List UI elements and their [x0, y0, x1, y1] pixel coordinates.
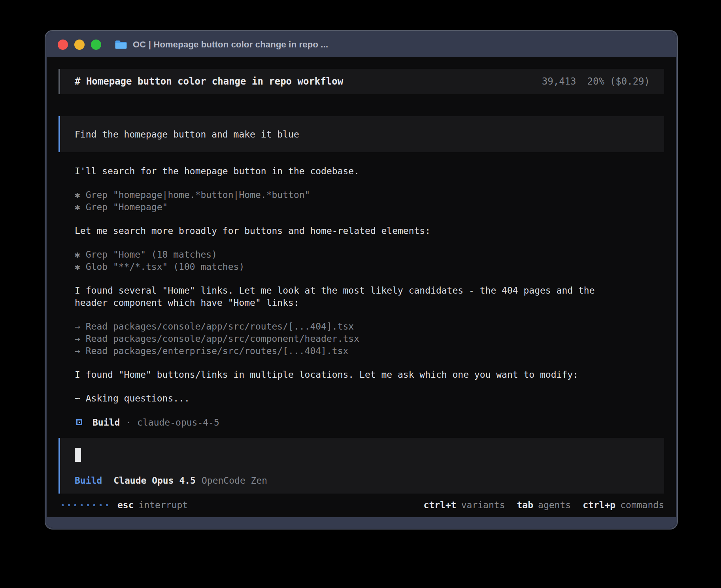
minimize-button[interactable]	[74, 40, 85, 50]
spinner-dot	[81, 504, 83, 506]
shortcut-key: tab	[517, 500, 533, 510]
prompt-input[interactable]: Build Claude Opus 4.5 OpenCode Zen	[59, 438, 664, 494]
spinner-dot	[74, 504, 76, 506]
terminal-content: # Homepage button color change in repo w…	[47, 57, 676, 517]
input-meta: Build Claude Opus 4.5 OpenCode Zen	[75, 475, 650, 486]
status-bar: esc interrupt ctrl+tvariantstabagentsctr…	[59, 500, 664, 510]
spinner-dot	[62, 504, 64, 506]
agent-badge-icon	[76, 419, 82, 425]
folder-icon	[115, 40, 127, 50]
tool-call-line: ✱ Grep "homepage|home.*button|Home.*butt…	[59, 189, 664, 201]
zoom-button[interactable]	[91, 40, 101, 50]
shortcut-key: ctrl+t	[424, 500, 457, 510]
tool-call-line: → Read packages/console/app/src/componen…	[59, 333, 664, 345]
assistant-text-line: I found "Home" buttons/links in multiple…	[59, 369, 664, 381]
window-bottom-strip	[47, 517, 676, 528]
status-left: esc interrupt	[62, 500, 188, 510]
user-message-text: Find the homepage button and make it blu…	[75, 129, 299, 139]
titlebar[interactable]: OC | Homepage button color change in rep…	[47, 32, 676, 57]
shortcut-agents: tabagents	[517, 500, 571, 510]
assistant-text-line: header component which have "Home" links…	[59, 297, 664, 309]
assistant-text-line: I found several "Home" links. Let me loo…	[59, 285, 664, 297]
interrupt-key: esc	[117, 500, 134, 510]
tool-call-line: ✱ Grep "Home" (18 matches)	[59, 249, 664, 261]
shortcut-action: variants	[461, 500, 505, 510]
assistant-text-line: I'll search for the homepage button in t…	[59, 165, 664, 177]
agent-separator: ·	[126, 417, 131, 428]
spinner-dot	[93, 504, 95, 506]
transcript: I'll search for the homepage button in t…	[59, 165, 664, 405]
agent-model: claude-opus-4-5	[137, 417, 219, 428]
assistant-text-line: Let me search more broadly for buttons a…	[59, 225, 664, 237]
spinner-dot	[106, 504, 108, 506]
token-count: 39,413	[542, 76, 576, 87]
spinner-dot	[87, 504, 89, 506]
tool-call-group: ✱ Grep "Home" (18 matches)✱ Glob "**/*.t…	[59, 249, 664, 273]
status-shortcuts: ctrl+tvariantstabagentsctrl+pcommands	[424, 500, 664, 510]
tool-call-line: ✱ Grep "Homepage"	[59, 201, 664, 213]
shortcut-key: ctrl+p	[583, 500, 615, 510]
agent-name: Build	[92, 417, 120, 428]
terminal-window: OC | Homepage button color change in rep…	[45, 31, 677, 529]
interrupt-action: interrupt	[139, 500, 188, 510]
spinner-dot	[100, 504, 102, 506]
context-percent: 20%	[587, 76, 604, 87]
assistant-paragraph: Let me search more broadly for buttons a…	[59, 225, 664, 237]
tool-call-group: → Read packages/console/app/src/routes/[…	[59, 320, 664, 357]
tool-call-line: → Read packages/console/app/src/routes/[…	[59, 320, 664, 333]
tool-call-line: ✱ Glob "**/*.tsx" (100 matches)	[59, 261, 664, 273]
text-cursor	[75, 448, 81, 462]
user-message: Find the homepage button and make it blu…	[59, 116, 664, 152]
session-cost: ($0.29)	[610, 76, 650, 87]
agent-status: Build · claude-opus-4-5	[59, 416, 664, 428]
assistant-paragraph: I'll search for the homepage button in t…	[59, 165, 664, 177]
tool-call-line: → Read packages/enterprise/src/routes/[.…	[59, 345, 664, 357]
shortcut-action: commands	[620, 500, 664, 510]
provider-name: OpenCode Zen	[202, 475, 267, 486]
model-name[interactable]: Claude Opus 4.5	[113, 475, 196, 486]
session-header: # Homepage button color change in repo w…	[59, 69, 664, 94]
assistant-text-line: ~ Asking questions...	[59, 392, 664, 405]
assistant-paragraph: ~ Asking questions...	[59, 392, 664, 405]
assistant-paragraph: I found several "Home" links. Let me loo…	[59, 285, 664, 309]
session-title: # Homepage button color change in repo w…	[75, 76, 343, 87]
tool-call-group: ✱ Grep "homepage|home.*button|Home.*butt…	[59, 189, 664, 213]
close-button[interactable]	[58, 40, 68, 50]
shortcut-variants: ctrl+tvariants	[424, 500, 505, 510]
session-meta: 39,413 20% ($0.29)	[542, 76, 650, 87]
traffic-lights	[58, 40, 101, 50]
spinner	[62, 504, 108, 506]
shortcut-action: agents	[538, 500, 571, 510]
window-title: OC | Homepage button color change in rep…	[133, 40, 328, 50]
mode-badge[interactable]: Build	[75, 475, 102, 486]
assistant-paragraph: I found "Home" buttons/links in multiple…	[59, 369, 664, 381]
shortcut-commands: ctrl+pcommands	[583, 500, 664, 510]
spinner-dot	[68, 504, 70, 506]
